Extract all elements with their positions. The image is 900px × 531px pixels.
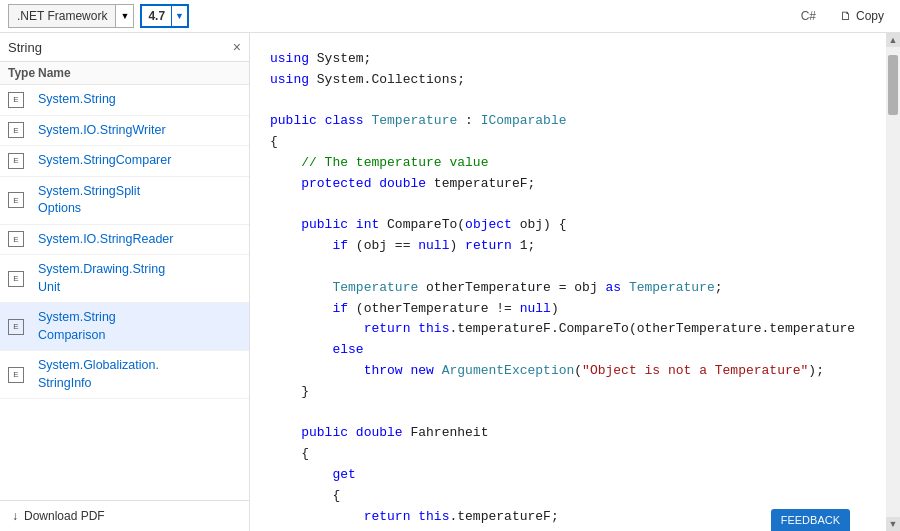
list-item[interactable]: E System.StringSplitOptions — [0, 177, 249, 225]
code-block: using System; using System.Collections; … — [270, 49, 866, 531]
download-pdf-label: Download PDF — [24, 509, 105, 523]
download-pdf-button[interactable]: ↓ Download PDF — [0, 500, 249, 531]
col-name-header: Name — [38, 66, 241, 80]
col-type-header: Type — [8, 66, 38, 80]
item-type-icon: E — [8, 271, 24, 287]
search-bar: × — [0, 33, 249, 62]
chevron-down-icon: ▼ — [120, 11, 129, 21]
list-scroll-container[interactable]: E System.String E System.IO.StringWriter… — [0, 85, 249, 500]
item-type-icon: E — [8, 231, 24, 247]
list-item[interactable]: E System.IO.StringReader — [0, 225, 249, 256]
code-area[interactable]: using System; using System.Collections; … — [250, 33, 886, 531]
item-name: System.IO.StringReader — [38, 231, 241, 249]
copy-icon: 🗋 — [840, 9, 852, 23]
version-value: 4.7 — [142, 9, 171, 23]
copy-label: Copy — [856, 9, 884, 23]
search-clear-icon[interactable]: × — [233, 39, 241, 55]
item-name: System.Drawing.StringUnit — [38, 261, 241, 296]
item-name: System.Globalization.StringInfo — [38, 357, 241, 392]
item-name: System.String — [38, 91, 241, 109]
scroll-track[interactable] — [886, 47, 900, 517]
item-name: System.StringSplitOptions — [38, 183, 241, 218]
version-dropdown-arrow[interactable]: ▼ — [171, 6, 187, 26]
scroll-down-arrow[interactable]: ▼ — [886, 517, 900, 531]
item-type-icon: E — [8, 367, 24, 383]
item-name: System.StringComparer — [38, 152, 241, 170]
feedback-button[interactable]: FEEDBACK — [771, 509, 850, 531]
version-chevron-icon: ▼ — [175, 11, 184, 21]
top-bar: .NET Framework ▼ 4.7 ▼ C# 🗋 Copy — [0, 0, 900, 33]
right-scrollbar[interactable]: ▲ ▼ — [886, 33, 900, 531]
list-item[interactable]: E System.String — [0, 85, 249, 116]
list-item[interactable]: E System.IO.StringWriter — [0, 116, 249, 147]
list-item[interactable]: E System.Globalization.StringInfo — [0, 351, 249, 399]
top-bar-left: .NET Framework ▼ 4.7 ▼ — [8, 4, 189, 28]
item-type-icon: E — [8, 122, 24, 138]
item-type-icon: E — [8, 92, 24, 108]
framework-selector[interactable]: .NET Framework ▼ — [8, 4, 134, 28]
download-icon: ↓ — [12, 509, 18, 523]
feedback-label: FEEDBACK — [781, 514, 840, 526]
list-header: Type Name — [0, 62, 249, 85]
copy-button[interactable]: 🗋 Copy — [832, 7, 892, 25]
item-type-icon: E — [8, 319, 24, 335]
item-name: System.StringComparison — [38, 309, 241, 344]
language-label: C# — [801, 9, 816, 23]
framework-dropdown-arrow[interactable]: ▼ — [116, 5, 133, 27]
feedback-area: FEEDBACK — [771, 509, 850, 531]
search-input[interactable] — [8, 40, 229, 55]
list-item[interactable]: E System.StringComparer — [0, 146, 249, 177]
scroll-up-arrow[interactable]: ▲ — [886, 33, 900, 47]
list-item-active[interactable]: E System.StringComparison — [0, 303, 249, 351]
framework-label: .NET Framework — [9, 5, 116, 27]
code-panel: using System; using System.Collections; … — [250, 33, 886, 531]
item-name: System.IO.StringWriter — [38, 122, 241, 140]
main-content: × Type Name E System.String E System.IO.… — [0, 33, 900, 531]
item-type-icon: E — [8, 153, 24, 169]
list-item[interactable]: E System.Drawing.StringUnit — [0, 255, 249, 303]
version-selector[interactable]: 4.7 ▼ — [140, 4, 189, 28]
scroll-thumb[interactable] — [888, 55, 898, 115]
sidebar: × Type Name E System.String E System.IO.… — [0, 33, 250, 531]
item-type-icon: E — [8, 192, 24, 208]
